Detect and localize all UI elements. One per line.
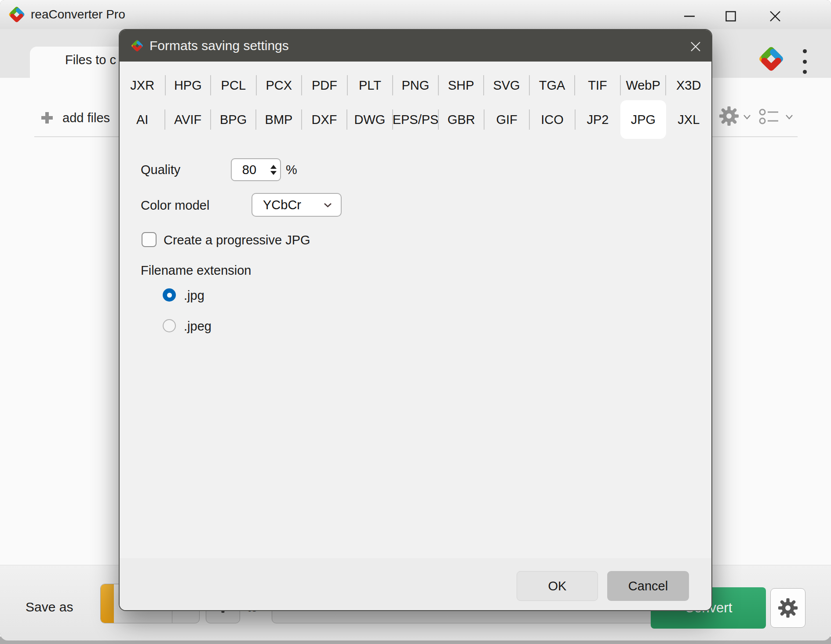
- maximize-button[interactable]: [720, 6, 741, 26]
- kebab-menu-icon: [803, 70, 807, 74]
- settings-button[interactable]: [770, 588, 805, 628]
- quality-value: 80: [232, 163, 267, 177]
- format-tab[interactable]: JXR: [120, 68, 165, 103]
- close-icon: [690, 41, 701, 52]
- format-tab[interactable]: PCX: [256, 68, 302, 103]
- save-as-label: Save as: [26, 600, 73, 615]
- close-icon: [770, 11, 780, 22]
- format-tab[interactable]: SHP: [438, 68, 484, 103]
- format-tab[interactable]: EPS/PS: [393, 102, 439, 137]
- format-tab[interactable]: PNG: [393, 68, 438, 103]
- format-tab[interactable]: PCL: [211, 68, 256, 103]
- chevron-down-icon[interactable]: [785, 114, 793, 120]
- filename-extension-label: Filename extension: [141, 263, 251, 278]
- spinner-down-icon[interactable]: [270, 171, 277, 175]
- format-tab[interactable]: WebP: [620, 68, 666, 103]
- minimize-button[interactable]: [679, 6, 700, 26]
- list-options-icon[interactable]: [759, 108, 780, 125]
- color-model-value: YCbCr: [263, 198, 324, 212]
- formats-saving-settings-dialog: Formats saving settings JXR HPG PCL PCX …: [119, 29, 712, 611]
- add-files-label: add files: [62, 111, 110, 125]
- dialog-title: Formats saving settings: [149, 30, 289, 62]
- spinner-up-icon[interactable]: [270, 165, 277, 169]
- quality-label: Quality: [141, 163, 180, 177]
- format-tab[interactable]: BPG: [211, 102, 256, 137]
- format-tab[interactable]: ICO: [529, 102, 575, 137]
- color-model-label: Color model: [141, 198, 209, 213]
- radio-jpg[interactable]: [163, 288, 176, 302]
- kebab-menu-button[interactable]: [800, 48, 809, 75]
- gear-icon[interactable]: [719, 106, 739, 126]
- radio-jpeg[interactable]: [163, 319, 176, 332]
- format-tab-jpg-selected[interactable]: JPG: [620, 100, 666, 139]
- maximize-icon: [725, 11, 736, 22]
- color-model-select[interactable]: YCbCr: [251, 193, 342, 217]
- format-tab[interactable]: HPG: [165, 68, 211, 103]
- app-logo-icon: [7, 5, 26, 24]
- plus-icon: [40, 111, 54, 124]
- format-tab[interactable]: JXL: [666, 102, 711, 137]
- window-close-button[interactable]: [765, 6, 786, 26]
- brand-logo-icon: [756, 44, 786, 74]
- format-tab[interactable]: GBR: [438, 102, 484, 137]
- format-tab[interactable]: AVIF: [165, 102, 210, 137]
- chevron-down-icon[interactable]: [743, 114, 751, 120]
- chevron-down-icon: [324, 203, 332, 207]
- dialog-close-button[interactable]: [687, 39, 704, 55]
- format-tab[interactable]: X3D: [666, 68, 711, 103]
- dialog-footer: OK Cancel: [120, 558, 711, 610]
- kebab-menu-icon: [803, 49, 807, 53]
- quality-input[interactable]: 80: [231, 158, 281, 181]
- progressive-checkbox[interactable]: [142, 232, 157, 247]
- radio-jpg-label: .jpg: [184, 288, 204, 303]
- format-tab[interactable]: BMP: [256, 102, 301, 137]
- format-tab[interactable]: SVG: [484, 68, 529, 103]
- format-tab[interactable]: AI: [120, 102, 165, 137]
- format-tab[interactable]: DWG: [347, 102, 392, 137]
- screen: reaConverter Pro Files to c: [0, 0, 831, 644]
- radio-jpeg-label: .jpeg: [184, 319, 211, 334]
- app-logo-icon: [130, 39, 144, 53]
- format-tab[interactable]: JP2: [575, 102, 620, 137]
- window-titlebar: reaConverter Pro: [0, 0, 831, 29]
- format-tab-row-1: JXR HPG PCL PCX PDF PLT PNG SHP SVG TGA …: [120, 68, 711, 103]
- format-tab[interactable]: PDF: [302, 68, 347, 103]
- minimize-icon: [684, 15, 695, 17]
- files-tab-label: Files to c: [65, 53, 116, 67]
- gear-icon: [778, 598, 798, 618]
- cancel-button[interactable]: Cancel: [607, 571, 689, 601]
- ok-button[interactable]: OK: [517, 571, 598, 601]
- format-color-cap: [101, 584, 114, 623]
- format-tab[interactable]: TIF: [575, 68, 620, 103]
- format-tab[interactable]: PLT: [347, 68, 393, 103]
- progressive-label: Create a progressive JPG: [164, 233, 310, 247]
- format-tab[interactable]: DXF: [302, 102, 347, 137]
- format-tab-row-2: AI AVIF BPG BMP DXF DWG EPS/PS GBR GIF I…: [120, 102, 711, 137]
- quality-unit: %: [286, 163, 297, 177]
- kebab-menu-icon: [803, 60, 807, 64]
- dialog-titlebar: Formats saving settings: [120, 30, 711, 62]
- window-title: reaConverter Pro: [31, 0, 125, 29]
- add-files-button[interactable]: add files: [40, 106, 110, 130]
- format-tab[interactable]: TGA: [529, 68, 575, 103]
- format-tab[interactable]: GIF: [484, 102, 529, 137]
